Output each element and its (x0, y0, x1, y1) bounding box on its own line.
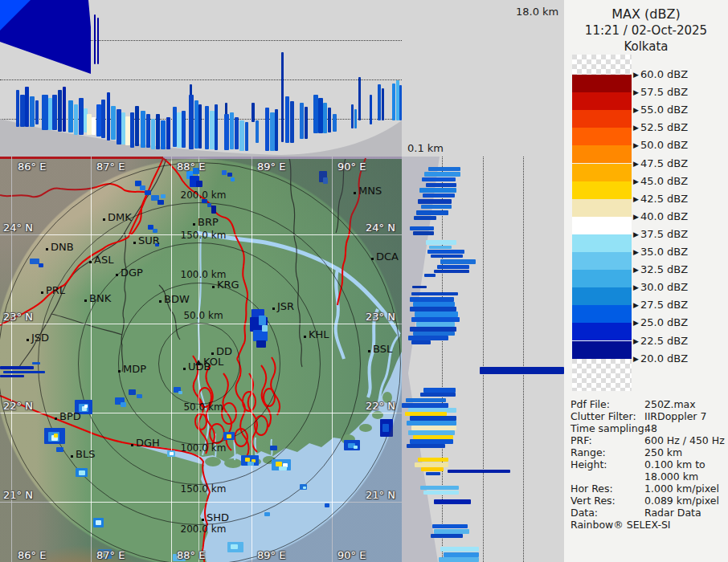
city-label: ASL (94, 254, 113, 266)
tick-arrow-icon: ▶ (633, 266, 639, 274)
echo-bar (480, 367, 564, 374)
tick-arrow-icon: ▶ (633, 301, 639, 309)
info-row: PRF:600 Hz / 450 Hz (571, 434, 725, 446)
echo-bar (25, 87, 29, 127)
city-label: PRL (46, 284, 65, 296)
radar-echo (3, 371, 45, 373)
info-value: 48 (644, 422, 657, 434)
echo-bar (439, 557, 479, 562)
info-label: Range: (571, 446, 644, 458)
radar-echo (259, 316, 266, 325)
tick-arrow-icon: ▶ (633, 106, 639, 114)
legend-sidebar: MAX (dBZ) 11:21 / 02-Oct-2025 Kolkata ▶6… (564, 0, 728, 562)
echo-bar (245, 122, 248, 151)
dbz-value-label: 35.0 dBZ (640, 246, 688, 258)
echo-bar (215, 104, 218, 150)
echo-bar (35, 100, 39, 124)
echo-bar (111, 106, 116, 140)
echo-bar (141, 111, 145, 148)
info-row: Height:0.100 km to (571, 458, 725, 470)
info-label: Time sampling: (571, 422, 644, 434)
echo-bar (420, 486, 459, 490)
latitude-label: 24° N (3, 222, 33, 234)
dbz-color-swatch (572, 217, 632, 234)
echo-bar (416, 210, 448, 215)
echo-bar (411, 292, 458, 295)
info-label: Pdf File: (571, 398, 644, 410)
city-label: JSR (277, 300, 294, 312)
product-title: MAX (dBZ) (564, 6, 728, 22)
dbz-color-swatch (572, 199, 632, 217)
longitude-label: 89° E (257, 549, 285, 561)
city-label: KHL (309, 328, 329, 340)
dbz-color-swatch (572, 181, 632, 199)
dbz-value-label: 52.5 dBZ (640, 121, 688, 133)
echo-bar (354, 109, 357, 128)
longitude-label: 88° E (177, 161, 205, 173)
range-ring-label: 50.0 km (179, 401, 227, 413)
echo-bar (68, 100, 73, 132)
info-value: 0.100 km to (644, 458, 706, 470)
dbz-value-label: 55.0 dBZ (640, 104, 688, 116)
echo-bar (161, 120, 166, 149)
latitude-label: 22° N (3, 400, 33, 412)
dbz-color-swatch (572, 75, 632, 92)
info-value: 18.000 km (644, 470, 698, 483)
echo-bar (418, 458, 448, 462)
city-dot (368, 350, 370, 352)
echo-bar (418, 199, 452, 204)
dbz-value-label: 25.0 dBZ (640, 316, 688, 328)
info-value: 250Z.max (644, 398, 696, 410)
info-row: Data:Radar Data (571, 507, 725, 519)
radar-echo (79, 470, 85, 475)
echo-bar (448, 470, 510, 473)
echo-bar (411, 340, 431, 344)
dbz-value-label: 50.0 dBZ (640, 139, 688, 151)
city-dot (211, 352, 214, 355)
longitude-label: 88° E (177, 549, 205, 561)
city-dot (354, 192, 356, 194)
echo-bar (424, 274, 436, 277)
latitude-label: 23° N (3, 311, 33, 323)
dbz-value-label: 57.5 dBZ (640, 86, 688, 98)
dbz-value-label: 22.5 dBZ (640, 335, 688, 347)
echo-bar (429, 246, 452, 249)
echo-bar (225, 103, 227, 115)
city-label: BDW (164, 293, 190, 305)
echo-bar (407, 444, 445, 448)
city-dot (159, 300, 162, 303)
radar-echo (170, 452, 174, 455)
echo-bar (224, 114, 229, 150)
echo-bar (256, 120, 259, 143)
range-ring-label: 150.0 km (179, 483, 227, 495)
city-dot (71, 455, 73, 458)
radar-echo (0, 375, 24, 377)
city-label: KRG (217, 279, 239, 291)
city-dot (371, 258, 374, 260)
echo-bar (281, 52, 284, 142)
city-dot (41, 291, 43, 294)
latitude-label: 24° N (366, 222, 395, 234)
tick-arrow-icon: ▶ (633, 88, 639, 96)
height-gridline (483, 157, 484, 562)
echo-bar (426, 472, 440, 475)
info-value: 250 km (644, 446, 682, 458)
info-row: Time sampling:48 (571, 422, 725, 434)
echo-bar (230, 112, 234, 149)
echo-bar (419, 188, 456, 193)
echo-bar (74, 104, 78, 135)
echo-bar (410, 226, 434, 230)
radar-echo (157, 200, 164, 205)
radar-display-window: 18.0 km 0.1 km (0, 0, 728, 562)
echo-bar (434, 499, 471, 504)
cross-section-top-panel (0, 0, 402, 157)
echo-bar (432, 524, 468, 528)
range-ring-label: 200.0 km (179, 189, 227, 201)
tick-arrow-icon: ▶ (633, 160, 639, 168)
dbz-color-swatch (572, 145, 632, 163)
echo-bar (30, 96, 35, 127)
dbz-color-swatch (572, 128, 632, 145)
city-dot (84, 299, 87, 302)
city-label: SHD (207, 511, 229, 523)
city-label: BRP (198, 216, 219, 228)
